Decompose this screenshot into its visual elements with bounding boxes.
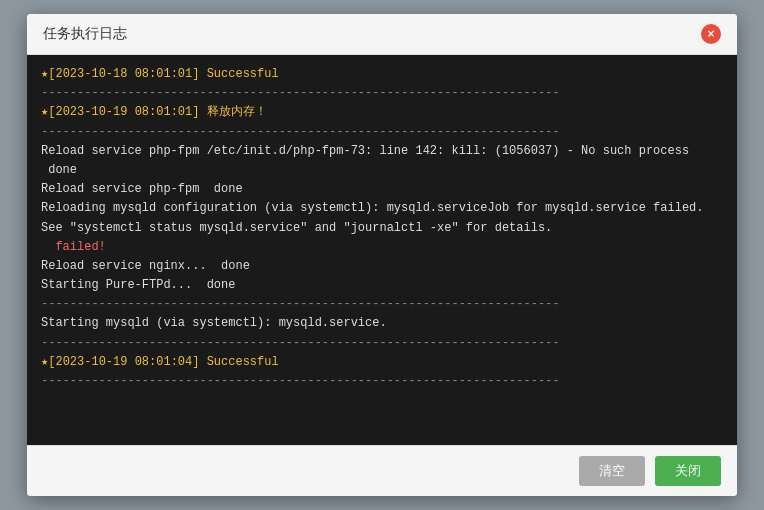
close-button[interactable]: 关闭 bbox=[655, 456, 721, 486]
close-icon-button[interactable]: × bbox=[701, 24, 721, 44]
dialog-body[interactable]: ★[2023-10-18 08:01:01] Successful ------… bbox=[27, 55, 737, 445]
log-content: ★[2023-10-18 08:01:01] Successful ------… bbox=[41, 65, 723, 391]
dialog: 任务执行日志 × ★[2023-10-18 08:01:01] Successf… bbox=[27, 14, 737, 496]
clear-button[interactable]: 清空 bbox=[579, 456, 645, 486]
dialog-title: 任务执行日志 bbox=[43, 25, 127, 43]
dialog-footer: 清空 关闭 bbox=[27, 445, 737, 496]
dialog-header: 任务执行日志 × bbox=[27, 14, 737, 55]
